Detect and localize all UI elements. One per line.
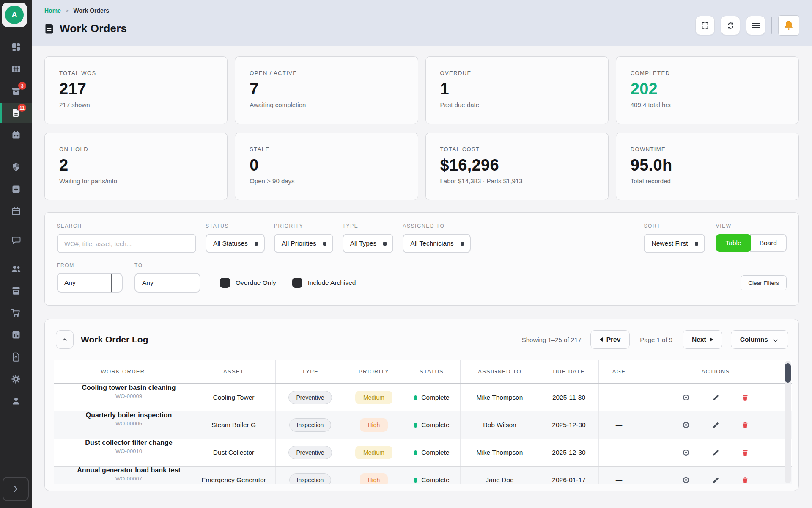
breadcrumb-home-link[interactable]: Home bbox=[44, 7, 61, 14]
sidebar: A 3 11 bbox=[0, 0, 32, 508]
col-header-due-date[interactable]: DUE DATE bbox=[539, 360, 598, 383]
shield-icon bbox=[11, 162, 21, 172]
page-title-row: Work Orders bbox=[44, 22, 127, 35]
sidebar-item-planner[interactable] bbox=[0, 202, 32, 221]
next-label: Next bbox=[692, 336, 706, 343]
type-cell: Preventive bbox=[275, 384, 345, 411]
sidebar-item-work-orders[interactable]: 11 bbox=[0, 103, 32, 123]
stat-card-downtime: DOWNTIME 95.0h Total recorded bbox=[616, 133, 799, 200]
sidebar-item-profile[interactable] bbox=[0, 391, 32, 411]
table-scrollbar-thumb[interactable] bbox=[785, 363, 791, 383]
overdue-only-checkbox-row[interactable]: Overdue Only bbox=[220, 278, 276, 288]
delete-button[interactable] bbox=[730, 472, 760, 484]
col-header-asset[interactable]: ASSET bbox=[192, 360, 275, 383]
sidebar-item-purchasing[interactable] bbox=[0, 303, 32, 323]
sidebar-item-safety[interactable] bbox=[0, 157, 32, 177]
sidebar-item-dashboard[interactable] bbox=[0, 37, 32, 57]
sidebar-item-team[interactable] bbox=[0, 259, 32, 279]
delete-button[interactable] bbox=[730, 389, 760, 406]
sidebar-expand-button[interactable] bbox=[3, 477, 29, 501]
view-button[interactable] bbox=[671, 389, 701, 406]
view-button[interactable] bbox=[671, 444, 701, 461]
avatar[interactable]: A bbox=[2, 3, 27, 27]
edit-button[interactable] bbox=[701, 444, 730, 461]
type-select-value: All Types bbox=[350, 240, 377, 247]
from-date-input[interactable]: Any bbox=[57, 273, 123, 293]
stats-grid: TOTAL WOS 217 217 shown OPEN / ACTIVE 7 … bbox=[44, 56, 799, 200]
sidebar-item-settings[interactable] bbox=[0, 369, 32, 389]
view-board-button[interactable]: Board bbox=[750, 234, 787, 252]
work-order-id: WO-00007 bbox=[115, 475, 142, 482]
assigned-select[interactable]: All Technicians bbox=[403, 234, 470, 253]
work-order-title[interactable]: Dust collector filter change bbox=[85, 439, 172, 447]
stat-label: ON HOLD bbox=[59, 146, 213, 152]
next-page-button[interactable]: Next bbox=[683, 330, 722, 349]
include-archived-checkbox[interactable] bbox=[292, 278, 302, 288]
notifications-button[interactable] bbox=[778, 15, 799, 36]
view-eye-icon bbox=[682, 476, 690, 484]
sort-select[interactable]: Newest First bbox=[644, 234, 705, 253]
view-table-button[interactable]: Table bbox=[716, 234, 751, 252]
filters-panel: SEARCH STATUS All Statuses PRIORITY All … bbox=[44, 212, 799, 306]
col-header-assigned-to[interactable]: ASSIGNED TO bbox=[460, 360, 539, 383]
col-header-work-order[interactable]: WORK ORDER bbox=[54, 360, 192, 383]
workorders-badge: 11 bbox=[18, 104, 26, 112]
col-header-status[interactable]: STATUS bbox=[403, 360, 460, 383]
stat-subtext: 409.4 total hrs bbox=[631, 101, 784, 108]
table-row[interactable]: Annual generator load bank test WO-00007… bbox=[54, 467, 792, 484]
edit-button[interactable] bbox=[701, 389, 730, 406]
refresh-button[interactable] bbox=[721, 16, 740, 35]
sidebar-item-inbox[interactable]: 3 bbox=[0, 81, 32, 101]
table-row[interactable]: Quarterly boiler inspection WO-00006 Ste… bbox=[54, 411, 792, 439]
priority-select[interactable]: All Priorities bbox=[274, 234, 333, 253]
edit-button[interactable] bbox=[701, 417, 730, 433]
sidebar-item-import[interactable] bbox=[0, 347, 32, 367]
work-order-title[interactable]: Quarterly boiler inspection bbox=[86, 411, 172, 419]
col-header-age[interactable]: AGE bbox=[598, 360, 639, 383]
edit-button[interactable] bbox=[701, 472, 730, 484]
prev-page-button[interactable]: Prev bbox=[590, 330, 630, 349]
col-header-type[interactable]: TYPE bbox=[275, 360, 345, 383]
overdue-only-checkbox[interactable] bbox=[220, 278, 230, 288]
type-select[interactable]: All Types bbox=[343, 234, 394, 253]
view-button[interactable] bbox=[671, 472, 701, 484]
collapse-log-button[interactable] bbox=[56, 330, 74, 349]
settings-gear-icon bbox=[11, 374, 21, 384]
delete-button[interactable] bbox=[730, 444, 760, 461]
sidebar-item-add-new[interactable] bbox=[0, 179, 32, 199]
status-cell: Complete bbox=[403, 439, 460, 466]
sidebar-item-schedule[interactable] bbox=[0, 125, 32, 145]
table-row[interactable]: Dust collector filter change WO-00010 Du… bbox=[54, 439, 792, 467]
status-select[interactable]: All Statuses bbox=[206, 234, 265, 253]
search-input[interactable] bbox=[57, 234, 196, 253]
sidebar-item-messages[interactable] bbox=[0, 230, 32, 250]
document-icon bbox=[44, 23, 54, 34]
sidebar-item-vendors[interactable] bbox=[0, 281, 32, 301]
assigned-cell: Mike Thompson bbox=[460, 439, 539, 466]
work-order-title[interactable]: Annual generator load bank test bbox=[77, 467, 180, 474]
date-picker-divider[interactable] bbox=[111, 274, 122, 292]
include-archived-checkbox-row[interactable]: Include Archived bbox=[292, 278, 356, 288]
columns-button[interactable]: Columns bbox=[731, 330, 788, 349]
view-eye-icon bbox=[682, 393, 690, 402]
priority-cell: Medium bbox=[345, 439, 403, 466]
sidebar-item-reports[interactable] bbox=[0, 325, 32, 345]
prev-label: Prev bbox=[606, 336, 621, 343]
sidebar-item-assets[interactable] bbox=[0, 59, 32, 79]
col-header-priority[interactable]: PRIORITY bbox=[345, 360, 403, 383]
date-picker-divider[interactable] bbox=[189, 274, 200, 292]
table-scrollbar-track[interactable] bbox=[785, 361, 791, 483]
age-cell: — bbox=[598, 467, 639, 484]
fullscreen-button[interactable] bbox=[695, 16, 715, 35]
view-button[interactable] bbox=[671, 417, 701, 433]
stat-value: 0 bbox=[250, 156, 403, 174]
stat-value: 202 bbox=[631, 80, 784, 98]
menu-button[interactable] bbox=[746, 16, 765, 35]
delete-button[interactable] bbox=[730, 417, 760, 433]
work-order-title[interactable]: Cooling tower basin cleaning bbox=[82, 384, 176, 392]
dropdown-marker-icon bbox=[255, 242, 258, 246]
due-date-cell: 2025-12-30 bbox=[539, 411, 598, 439]
to-date-input[interactable]: Any bbox=[134, 273, 200, 293]
clear-filters-button[interactable]: Clear Filters bbox=[741, 275, 787, 290]
table-row[interactable]: Cooling tower basin cleaning WO-00009 Co… bbox=[54, 384, 792, 411]
